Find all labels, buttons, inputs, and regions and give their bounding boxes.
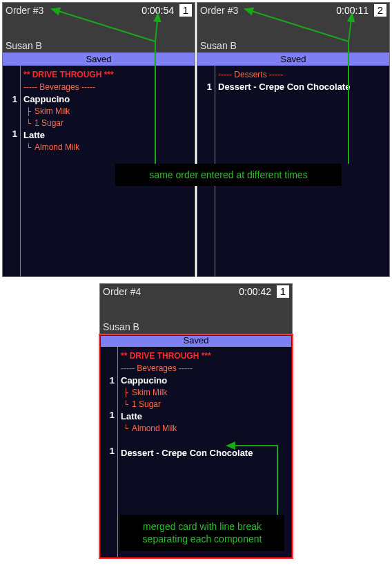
status-bar: Saved [197, 53, 389, 66]
qty-column: 1 1 [3, 66, 21, 276]
card-header: Order #4 0:00:42 1 Susan B [100, 284, 292, 334]
annotation-label: same order entered at different times [115, 164, 342, 186]
category-label: ----- Beverages ----- [23, 81, 192, 93]
annotation-label: merged card with line break separating e… [120, 515, 284, 551]
slot-number: 1 [277, 285, 289, 298]
canvas: Order #3 0:00:54 1 Susan B Saved 1 [0, 0, 392, 588]
status-bar: Saved [100, 334, 292, 347]
item-modifier: ├Skim Milk [23, 106, 192, 117]
item-name: Dessert - Crepe Con Chocolate [218, 81, 386, 93]
item-name: Latte [23, 129, 192, 142]
server-name: Susan B [200, 40, 386, 51]
slot-number: 2 [374, 4, 386, 17]
order-card[interactable]: Order #3 0:00:11 2 Susan B Saved 1 -----… [197, 2, 390, 277]
top-row: Order #3 0:00:54 1 Susan B Saved 1 [0, 0, 392, 279]
category-label: ----- Beverages ----- [121, 362, 289, 374]
item-name: Cappucino [121, 374, 289, 387]
item-modifier: └Almond Milk [121, 423, 289, 435]
item-name: Latte [121, 410, 289, 423]
item-qty: 1 [3, 93, 17, 106]
card-header: Order #3 0:00:54 1 Susan B [3, 3, 195, 53]
merged-wrapper: Order #4 0:00:42 1 Susan B Saved 1 [99, 283, 293, 558]
category-label: ----- Desserts ----- [218, 68, 386, 81]
drive-through-notice: ** DRIVE THROUGH *** [23, 68, 192, 81]
server-name: Susan B [6, 40, 192, 51]
order-label: Order #4 [103, 286, 141, 297]
order-timer: 0:00:54 [141, 5, 174, 16]
item-qty: 1 [197, 81, 212, 93]
order-timer: 0:00:11 [336, 5, 369, 16]
item-qty: 1 [100, 409, 115, 421]
status-bar: Saved [3, 53, 195, 66]
qty-column: 1 1 1 [100, 347, 118, 558]
server-name: Susan B [103, 321, 289, 332]
order-timer: 0:00:42 [239, 286, 271, 297]
item-qty: 1 [100, 445, 115, 457]
item-name: Cappucino [23, 93, 192, 106]
drive-through-notice: ** DRIVE THROUGH *** [121, 350, 289, 362]
item-modifier: ├Skim Milk [121, 387, 289, 399]
item-modifier: └1 Sugar [23, 117, 192, 129]
item-modifier: └Almond Milk [23, 142, 192, 153]
item-name: Dessert - Crepe Con Chocolate [121, 447, 289, 459]
order-card[interactable]: Order #3 0:00:54 1 Susan B Saved 1 [2, 2, 195, 277]
item-qty: 1 [3, 128, 17, 140]
slot-number: 1 [179, 4, 192, 17]
bottom-area: Order #4 0:00:42 1 Susan B Saved 1 [0, 283, 392, 558]
item-qty: 1 [100, 374, 115, 387]
order-label: Order #3 [200, 5, 238, 16]
order-label: Order #3 [6, 5, 43, 16]
card-header: Order #3 0:00:11 2 Susan B [197, 3, 389, 53]
item-modifier: └1 Sugar [121, 399, 289, 410]
